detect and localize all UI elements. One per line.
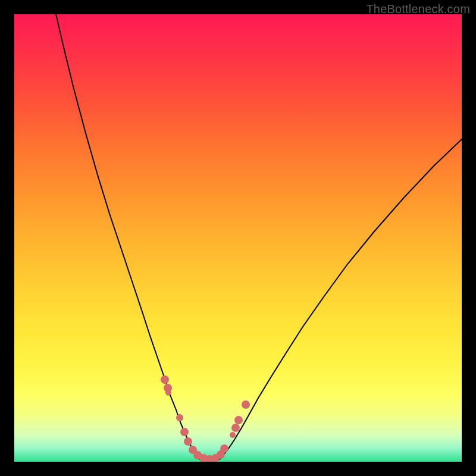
data-marker (165, 390, 171, 396)
data-marker (242, 400, 250, 409)
data-marker (176, 414, 183, 421)
data-marker (161, 375, 169, 384)
curve-markers (161, 375, 250, 462)
data-marker (234, 416, 243, 424)
curve-right-branch (220, 139, 462, 459)
chart-svg (14, 14, 462, 462)
data-marker (180, 428, 189, 436)
data-marker (184, 437, 192, 446)
chart-plot-area (14, 14, 462, 462)
curve-left-branch (56, 14, 200, 459)
watermark-text: TheBottleneck.com (366, 2, 470, 16)
data-marker (230, 432, 236, 438)
data-marker (231, 424, 240, 432)
chart-frame: TheBottleneck.com (0, 0, 476, 476)
curve-lines (56, 14, 462, 459)
data-marker (220, 444, 228, 453)
